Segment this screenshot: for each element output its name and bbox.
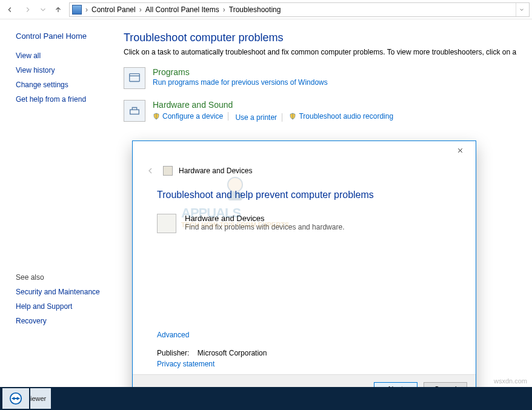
hardware-sound-task-row: Configure a device Use a printer Trouble… xyxy=(153,112,526,122)
dialog-header-title: Hardware and Devices xyxy=(179,167,252,175)
task-label: Use a printer xyxy=(235,113,277,122)
breadcrumb-sep: › xyxy=(84,5,89,14)
control-panel-home-link[interactable]: Control Panel Home xyxy=(16,31,121,41)
address-expand-button[interactable] xyxy=(516,3,527,16)
task-troubleshoot-audio[interactable]: Troubleshoot audio recording xyxy=(289,112,398,121)
nav-up-button[interactable] xyxy=(51,2,65,17)
task-label: Troubleshoot audio recording xyxy=(299,112,393,121)
sidebar-link-view-history[interactable]: View history xyxy=(16,66,121,74)
nav-back-button[interactable] xyxy=(2,2,17,17)
page-title: Troubleshoot computer problems xyxy=(124,31,526,44)
sidebar-link-change-settings[interactable]: Change settings xyxy=(16,81,121,89)
troubleshooter-dialog: Hardware and Devices APPUALS TECH HOW-TO… xyxy=(132,141,476,404)
breadcrumb-item[interactable]: Troubleshooting xyxy=(229,5,281,14)
seealso-security-maintenance[interactable]: Security and Maintenance xyxy=(16,288,121,296)
publisher-line: Publisher: Microsoft Corporation xyxy=(157,349,451,357)
dialog-content: APPUALS TECH HOW-TO'S FROM EXPERTS Troub… xyxy=(133,177,476,331)
hardware-sound-icon xyxy=(124,100,145,122)
dialog-item-title: Hardware and Devices xyxy=(185,214,344,223)
breadcrumb-item[interactable]: All Control Panel Items xyxy=(145,5,219,14)
source-url-watermark: wsxdn.com xyxy=(494,377,527,385)
category-hardware-sound: Hardware and Sound Configure a device Us… xyxy=(124,100,526,122)
dialog-back-button[interactable] xyxy=(144,164,157,177)
uac-shield-icon xyxy=(289,113,296,120)
svg-rect-1 xyxy=(130,110,139,114)
dialog-item: Hardware and Devices Find and fix proble… xyxy=(157,214,451,233)
breadcrumb-sep: › xyxy=(138,5,143,14)
control-panel-icon xyxy=(72,5,82,15)
privacy-statement-link[interactable]: Privacy statement xyxy=(157,360,451,368)
task-use-printer[interactable]: Use a printer xyxy=(235,113,282,122)
taskbar-teamviewer-button[interactable] xyxy=(2,388,29,409)
page-description: Click on a task to automatically trouble… xyxy=(124,48,526,56)
task-configure-device[interactable]: Configure a device xyxy=(153,112,228,121)
sidebar: Control Panel Home View all View history… xyxy=(0,19,121,387)
sidebar-link-view-all[interactable]: View all xyxy=(16,51,121,60)
seealso-help-support[interactable]: Help and Support xyxy=(16,302,121,311)
programs-icon xyxy=(124,67,145,89)
nav-recent-dropdown[interactable] xyxy=(39,2,47,17)
programs-run-compat-link[interactable]: Run programs made for previous versions … xyxy=(153,78,526,87)
troubleshooter-icon xyxy=(163,166,173,176)
seealso-recovery[interactable]: Recovery xyxy=(16,317,121,325)
nav-forward-button[interactable] xyxy=(21,2,35,17)
teamviewer-icon xyxy=(9,392,22,405)
dialog-close-button[interactable] xyxy=(448,142,472,159)
task-label: Configure a device xyxy=(162,112,223,121)
dialog-item-desc: Find and fix problems with devices and h… xyxy=(185,223,344,231)
advanced-link[interactable]: Advanced xyxy=(157,331,451,339)
breadcrumb-sep: › xyxy=(222,5,227,14)
category-programs: Programs Run programs made for previous … xyxy=(124,67,526,89)
publisher-label: Publisher: xyxy=(157,349,189,357)
dialog-titlebar xyxy=(133,141,476,159)
dialog-lower: Advanced Publisher: Microsoft Corporatio… xyxy=(133,331,476,374)
dialog-heading: Troubleshoot and help prevent computer p… xyxy=(157,190,451,200)
taskbar: iewer xyxy=(0,387,532,410)
see-also-heading: See also xyxy=(16,273,121,282)
uac-shield-icon xyxy=(153,113,160,120)
publisher-value: Microsoft Corporation xyxy=(198,349,267,357)
hardware-devices-icon xyxy=(157,214,176,233)
explorer-navbar: › Control Panel › All Control Panel Item… xyxy=(0,0,532,19)
address-bar[interactable]: › Control Panel › All Control Panel Item… xyxy=(69,2,530,17)
hardware-sound-title[interactable]: Hardware and Sound xyxy=(153,100,526,110)
sidebar-link-get-help[interactable]: Get help from a friend xyxy=(16,95,121,104)
dialog-header: Hardware and Devices xyxy=(133,159,476,177)
programs-title[interactable]: Programs xyxy=(153,67,526,77)
svg-rect-0 xyxy=(130,74,140,82)
breadcrumb-item[interactable]: Control Panel xyxy=(91,5,136,14)
taskbar-item-label[interactable]: iewer xyxy=(30,388,51,409)
